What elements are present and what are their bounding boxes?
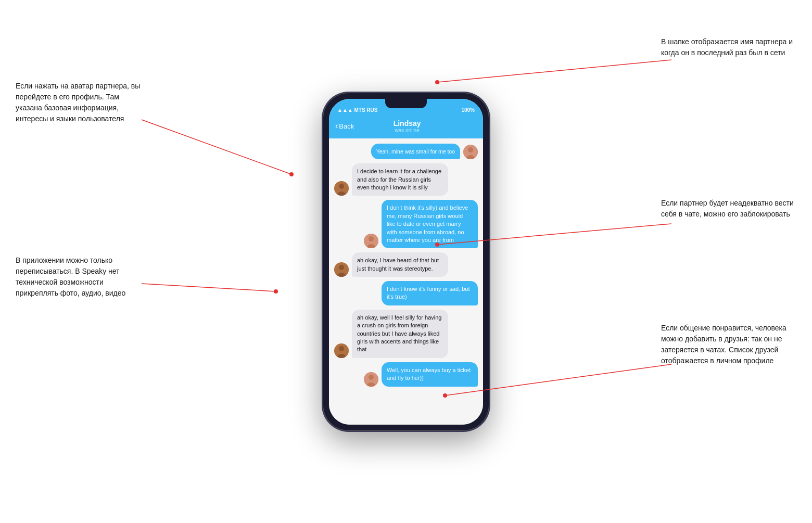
- contact-name: Lindsay: [358, 119, 456, 127]
- message-bubble-left: ah okay, I have heard of that but just t…: [352, 252, 448, 277]
- signal-icon: ▲▲▲: [337, 107, 353, 113]
- svg-point-7: [369, 236, 374, 241]
- message-row: ah okay, well I feel silly for having a …: [334, 310, 478, 358]
- svg-point-13: [339, 346, 344, 351]
- annotation-right-1: В шапке отображается имя партнера и когд…: [661, 36, 796, 58]
- annotation-right-3: Если общение понравится, человека можно …: [661, 323, 796, 366]
- contact-status: was online: [358, 127, 456, 133]
- svg-line-18: [142, 120, 291, 174]
- avatar-left[interactable]: [334, 343, 349, 358]
- message-row: Yeah, mine was small for me too: [334, 144, 478, 160]
- svg-point-4: [339, 184, 344, 189]
- annotation-left-2: В приложении можно только переписываться…: [16, 255, 141, 299]
- message-row: I don't think it's silly) and believe me…: [334, 200, 478, 248]
- message-bubble-right: Well, you can always buy a ticket and fl…: [382, 362, 478, 387]
- avatar-right[interactable]: [463, 145, 478, 159]
- avatar-left[interactable]: [334, 181, 349, 196]
- chat-messages[interactable]: Yeah, mine was small for me too: [329, 138, 483, 425]
- annotation-right-2: Если партнер будет неадекватно вести себ…: [661, 198, 796, 220]
- back-button[interactable]: ‹ Back: [335, 122, 354, 130]
- message-bubble-left: ah okay, well I feel silly for having a …: [352, 310, 448, 358]
- message-bubble-right: I don't think it's silly) and believe me…: [382, 200, 478, 248]
- svg-point-1: [468, 147, 473, 152]
- message-bubble-left: I decide to learn it for a challenge and…: [352, 163, 448, 196]
- svg-point-19: [289, 172, 294, 176]
- svg-line-22: [437, 60, 671, 82]
- message-bubble-right: Yeah, mine was small for me too: [371, 144, 460, 160]
- svg-line-20: [142, 284, 276, 291]
- phone-frame: ▲▲▲ MTS RUS 100% ‹ Back Lindsay was onli…: [323, 93, 489, 431]
- message-row: ah okay, I have heard of that but just t…: [334, 252, 478, 277]
- avatar-left[interactable]: [334, 262, 349, 277]
- avatar-right[interactable]: [364, 234, 378, 248]
- message-row: I decide to learn it for a challenge and…: [334, 163, 478, 196]
- svg-point-16: [369, 375, 374, 380]
- svg-point-10: [339, 265, 344, 270]
- annotation-left-1: Если нажать на аватар партнера, вы перей…: [16, 81, 141, 124]
- svg-point-21: [274, 289, 278, 294]
- svg-point-23: [435, 80, 439, 84]
- chevron-left-icon: ‹: [335, 122, 338, 130]
- message-row: I don't know it's funny or sad, but it's…: [334, 281, 478, 305]
- phone-mockup: ▲▲▲ MTS RUS 100% ‹ Back Lindsay was onli…: [323, 93, 489, 431]
- battery-text: 100%: [461, 107, 475, 113]
- avatar-right[interactable]: [364, 372, 378, 387]
- phone-notch: [385, 99, 427, 108]
- carrier-text: ▲▲▲ MTS RUS: [337, 107, 377, 113]
- chat-header: ‹ Back Lindsay was online: [329, 115, 483, 138]
- phone-screen: ▲▲▲ MTS RUS 100% ‹ Back Lindsay was onli…: [329, 99, 483, 425]
- message-bubble-right: I don't know it's funny or sad, but it's…: [382, 281, 478, 305]
- message-row: Well, you can always buy a ticket and fl…: [334, 362, 478, 387]
- header-info: Lindsay was online: [358, 119, 456, 133]
